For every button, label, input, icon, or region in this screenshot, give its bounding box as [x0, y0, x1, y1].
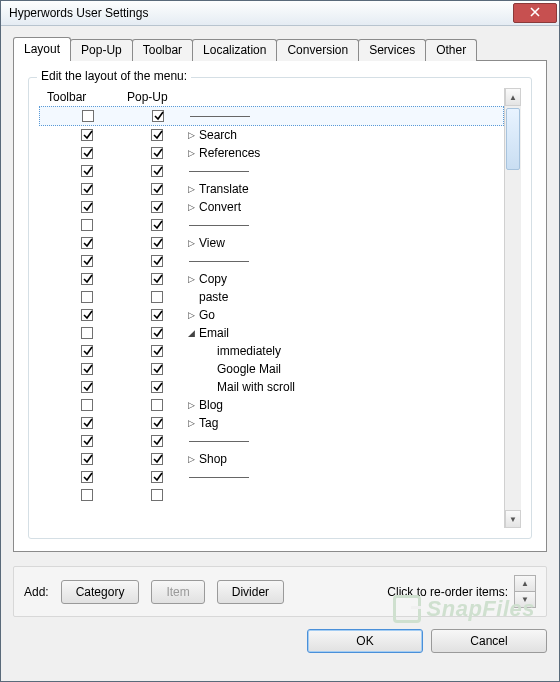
- list-row[interactable]: ◢Email: [39, 324, 504, 342]
- chevron-right-icon[interactable]: ▷: [187, 454, 195, 464]
- list-row[interactable]: [39, 468, 504, 486]
- checkbox[interactable]: [81, 453, 93, 465]
- tab-toolbar[interactable]: Toolbar: [132, 39, 193, 61]
- list-row[interactable]: [39, 486, 504, 504]
- tab-other[interactable]: Other: [425, 39, 477, 61]
- tab-layout[interactable]: Layout: [13, 37, 71, 61]
- list-row[interactable]: ▷Convert: [39, 198, 504, 216]
- checkbox[interactable]: [81, 381, 93, 393]
- vertical-scrollbar[interactable]: ▲ ▼: [504, 88, 521, 528]
- checkbox[interactable]: [151, 327, 163, 339]
- checkbox[interactable]: [81, 255, 93, 267]
- checkbox[interactable]: [81, 237, 93, 249]
- checkbox[interactable]: [151, 237, 163, 249]
- list-row[interactable]: [39, 216, 504, 234]
- checkbox[interactable]: [152, 110, 164, 122]
- list-row[interactable]: [39, 106, 504, 126]
- list-row[interactable]: ▷Search: [39, 126, 504, 144]
- chevron-right-icon[interactable]: ▷: [187, 202, 195, 212]
- scroll-thumb[interactable]: [506, 108, 520, 170]
- checkbox[interactable]: [151, 219, 163, 231]
- chevron-right-icon[interactable]: ▷: [187, 310, 195, 320]
- checkbox[interactable]: [81, 363, 93, 375]
- checkbox[interactable]: [151, 435, 163, 447]
- scroll-up-button[interactable]: ▲: [505, 88, 521, 106]
- checkbox[interactable]: [81, 147, 93, 159]
- list-row[interactable]: ▷Blog: [39, 396, 504, 414]
- list-row[interactable]: [39, 252, 504, 270]
- checkbox[interactable]: [151, 273, 163, 285]
- chevron-right-icon[interactable]: ▷: [187, 184, 195, 194]
- checkbox[interactable]: [151, 489, 163, 501]
- list-row[interactable]: [39, 162, 504, 180]
- list-row[interactable]: Google Mail: [39, 360, 504, 378]
- checkbox[interactable]: [81, 183, 93, 195]
- chevron-down-icon[interactable]: ◢: [187, 328, 195, 338]
- checkbox[interactable]: [81, 309, 93, 321]
- checkbox[interactable]: [81, 345, 93, 357]
- checkbox[interactable]: [81, 489, 93, 501]
- tab-localization[interactable]: Localization: [192, 39, 277, 61]
- checkbox[interactable]: [151, 165, 163, 177]
- ok-button[interactable]: OK: [307, 629, 423, 653]
- checkbox[interactable]: [151, 255, 163, 267]
- checkbox[interactable]: [151, 453, 163, 465]
- list-row[interactable]: immediately: [39, 342, 504, 360]
- list-row[interactable]: [39, 432, 504, 450]
- cancel-button[interactable]: Cancel: [431, 629, 547, 653]
- list-row[interactable]: paste: [39, 288, 504, 306]
- checkbox[interactable]: [151, 291, 163, 303]
- checkbox[interactable]: [81, 399, 93, 411]
- checkbox[interactable]: [81, 129, 93, 141]
- checkbox[interactable]: [81, 201, 93, 213]
- window-title: Hyperwords User Settings: [9, 6, 148, 20]
- reorder-up-button[interactable]: ▲: [514, 575, 536, 592]
- checkbox[interactable]: [81, 291, 93, 303]
- checkbox[interactable]: [151, 183, 163, 195]
- checkbox[interactable]: [81, 435, 93, 447]
- cell-popup: [128, 110, 188, 122]
- checkbox[interactable]: [151, 345, 163, 357]
- scroll-track[interactable]: [505, 106, 521, 510]
- checkbox[interactable]: [151, 201, 163, 213]
- checkbox[interactable]: [151, 309, 163, 321]
- add-category-button[interactable]: Category: [61, 580, 140, 604]
- chevron-right-icon[interactable]: ▷: [187, 148, 195, 158]
- scroll-down-button[interactable]: ▼: [505, 510, 521, 528]
- checkbox[interactable]: [151, 363, 163, 375]
- checkbox[interactable]: [151, 399, 163, 411]
- tab-pop-up[interactable]: Pop-Up: [70, 39, 133, 61]
- list-row[interactable]: ▷Tag: [39, 414, 504, 432]
- checkbox[interactable]: [151, 129, 163, 141]
- list-row[interactable]: ▷Go: [39, 306, 504, 324]
- checkbox[interactable]: [151, 381, 163, 393]
- checkbox[interactable]: [81, 327, 93, 339]
- list-row[interactable]: ▷Shop: [39, 450, 504, 468]
- add-divider-button[interactable]: Divider: [217, 580, 284, 604]
- list-row[interactable]: ▷Copy: [39, 270, 504, 288]
- chevron-right-icon[interactable]: ▷: [187, 238, 195, 248]
- list-row[interactable]: ▷View: [39, 234, 504, 252]
- checkbox[interactable]: [81, 471, 93, 483]
- reorder-down-button[interactable]: ▼: [514, 592, 536, 608]
- checkbox[interactable]: [81, 417, 93, 429]
- tab-services[interactable]: Services: [358, 39, 426, 61]
- checkbox[interactable]: [151, 147, 163, 159]
- checkbox[interactable]: [81, 219, 93, 231]
- tab-conversion[interactable]: Conversion: [276, 39, 359, 61]
- checkbox[interactable]: [151, 417, 163, 429]
- checkbox[interactable]: [81, 165, 93, 177]
- list-row[interactable]: Mail with scroll: [39, 378, 504, 396]
- chevron-right-icon[interactable]: ▷: [187, 418, 195, 428]
- close-button[interactable]: [513, 3, 557, 23]
- list-row[interactable]: ▷Translate: [39, 180, 504, 198]
- chevron-right-icon[interactable]: ▷: [187, 400, 195, 410]
- add-item-button[interactable]: Item: [151, 580, 204, 604]
- row-label: Tag: [199, 416, 218, 430]
- list-row[interactable]: ▷References: [39, 144, 504, 162]
- checkbox[interactable]: [151, 471, 163, 483]
- chevron-right-icon[interactable]: ▷: [187, 130, 195, 140]
- checkbox[interactable]: [82, 110, 94, 122]
- checkbox[interactable]: [81, 273, 93, 285]
- chevron-right-icon[interactable]: ▷: [187, 274, 195, 284]
